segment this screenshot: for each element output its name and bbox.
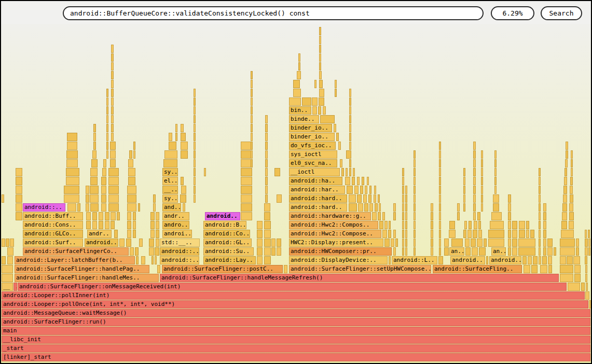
flame-frame-small[interactable]	[463, 168, 465, 176]
flame-frame-small[interactable]	[439, 159, 441, 167]
flame-frame-small[interactable]	[585, 291, 589, 300]
flame-frame-small[interactable]	[119, 239, 125, 247]
flame-frame-small[interactable]	[111, 133, 114, 141]
flame-frame-small[interactable]	[349, 168, 351, 176]
flame-frame[interactable]: android::GLCo..	[23, 230, 83, 238]
flame-frame-small[interactable]	[414, 203, 416, 212]
flame-frame-small[interactable]	[374, 186, 376, 194]
flame-frame[interactable]: __libc_init	[2, 335, 590, 344]
flame-frame-small[interactable]	[512, 239, 517, 247]
flame-frame-small[interactable]	[241, 186, 252, 194]
flame-frame-small[interactable]	[478, 230, 482, 238]
flame-frame-small[interactable]	[194, 97, 196, 106]
flame-frame-small[interactable]	[133, 230, 136, 238]
flame-frame-small[interactable]	[353, 168, 355, 176]
flame-frame-small[interactable]	[508, 247, 511, 256]
flame-frame-small[interactable]	[340, 159, 342, 167]
flame-frame-small[interactable]	[414, 168, 416, 176]
flame-frame-small[interactable]	[543, 230, 546, 238]
flame-frame-small[interactable]	[194, 150, 196, 159]
flame-frame-small[interactable]	[528, 256, 532, 264]
flame-frame-small[interactable]	[67, 133, 77, 141]
flame-frame-small[interactable]	[64, 186, 79, 194]
flame-frame-small[interactable]	[133, 221, 136, 229]
flame-frame-small[interactable]	[102, 168, 106, 176]
flame-frame-small[interactable]	[181, 124, 184, 132]
flame-frame-small[interactable]	[298, 53, 300, 62]
flame-frame-small[interactable]	[560, 247, 575, 256]
flame-frame-small[interactable]	[405, 221, 407, 229]
flame-frame-small[interactable]	[473, 177, 476, 185]
flame-frame-small[interactable]	[405, 212, 407, 220]
flame-frame-small[interactable]	[402, 194, 404, 203]
flame-frame[interactable]: std::__..	[160, 239, 200, 247]
flame-frame-small[interactable]	[297, 71, 301, 79]
flame-frame-small[interactable]	[251, 124, 253, 132]
flame-frame[interactable]: android::Looper::pollInner(int)	[2, 291, 585, 300]
flame-frame-small[interactable]	[395, 239, 398, 247]
flame-frame-small[interactable]	[128, 177, 135, 185]
flame-frame-small[interactable]	[384, 239, 390, 247]
flame-frame-small[interactable]	[531, 265, 538, 273]
flame-frame-small[interactable]	[175, 124, 177, 132]
flame-frame-small[interactable]	[128, 159, 133, 167]
flame-frame-small[interactable]	[439, 221, 441, 229]
flame-frame-small[interactable]	[181, 142, 188, 150]
flame-frame[interactable]: do_vfs_ioc..	[289, 142, 336, 150]
flame-frame-small[interactable]	[508, 194, 511, 203]
flame-frame[interactable]: android::hard..	[289, 194, 347, 203]
flame-frame-small[interactable]	[439, 203, 441, 212]
flame-frame-small[interactable]	[114, 230, 118, 238]
flame-frame-small[interactable]	[156, 239, 159, 247]
flame-frame-small[interactable]	[111, 62, 114, 71]
flame-frame-small[interactable]	[369, 186, 371, 194]
flame-frame-small[interactable]	[111, 221, 115, 229]
flame-frame-small[interactable]	[345, 177, 350, 185]
flame-frame-small[interactable]	[349, 142, 351, 150]
flame-frame-small[interactable]	[349, 159, 351, 167]
flame-frame-small[interactable]	[364, 203, 368, 212]
flame-frame-small[interactable]	[194, 186, 196, 194]
flame-frame-small[interactable]	[194, 133, 196, 141]
flame-frame-small[interactable]	[257, 230, 263, 238]
flame-frame-small[interactable]	[264, 203, 270, 212]
flame-frame-small[interactable]	[490, 221, 504, 229]
flame-frame-small[interactable]	[414, 186, 416, 194]
flame-frame-small[interactable]	[562, 203, 567, 212]
flame-frame-small[interactable]	[585, 230, 587, 238]
flame-frame-small[interactable]	[438, 256, 443, 264]
flame-frame-small[interactable]	[539, 239, 541, 247]
flame-frame-small[interactable]	[106, 89, 108, 97]
flame-frame[interactable]: andro..	[162, 221, 189, 229]
flame-frame-small[interactable]	[444, 239, 449, 247]
flame-frame-small[interactable]	[155, 247, 159, 256]
flame-frame-small[interactable]	[389, 221, 391, 229]
flame-frame-small[interactable]	[103, 159, 106, 167]
flame-frame-small[interactable]	[439, 230, 441, 238]
flame-frame-small[interactable]	[111, 97, 114, 106]
flame-frame-small[interactable]	[86, 186, 89, 194]
flame-frame-small[interactable]	[585, 274, 587, 282]
flame-frame-small[interactable]	[560, 265, 573, 273]
flame-frame-small[interactable]	[508, 212, 511, 220]
flame-frame[interactable]: android..	[85, 239, 118, 247]
flame-frame-small[interactable]	[463, 186, 465, 194]
flame-frame-small[interactable]	[2, 194, 4, 203]
flame-frame-small[interactable]	[181, 186, 186, 194]
flame-frame-small[interactable]	[318, 106, 321, 115]
flame-frame-small[interactable]	[111, 53, 114, 62]
flame-frame-small[interactable]	[414, 230, 416, 238]
flame-frame-small[interactable]	[7, 256, 13, 264]
flame-frame-small[interactable]	[540, 265, 547, 273]
flame-frame-small[interactable]	[105, 221, 109, 229]
flame-frame-small[interactable]	[204, 168, 206, 176]
flame-frame-small[interactable]	[439, 142, 441, 150]
flame-frame-small[interactable]	[393, 212, 396, 220]
flame-frame-small[interactable]	[481, 159, 483, 167]
flame-frame-small[interactable]	[354, 186, 359, 194]
flame-frame-small[interactable]	[169, 142, 176, 150]
flame-frame-small[interactable]	[274, 168, 280, 176]
flame-frame-small[interactable]	[405, 194, 407, 203]
flame-frame-small[interactable]	[127, 230, 131, 238]
flame-frame-small[interactable]	[576, 247, 579, 256]
